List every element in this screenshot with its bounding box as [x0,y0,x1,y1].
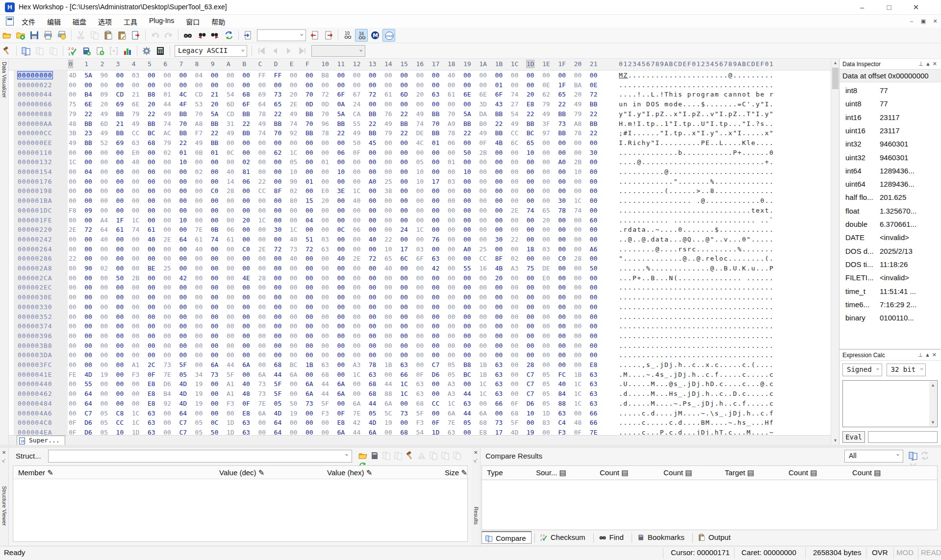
hex-byte[interactable]: 00 [84,284,92,291]
hex-byte[interactable]: 00 [132,255,140,262]
hex-byte[interactable]: 4C [416,139,424,146]
hex-byte[interactable]: 00 [179,351,187,359]
hex-byte[interactable]: 00 [242,255,250,262]
hex-byte[interactable]: 00 [321,255,329,262]
ascii-text[interactable]: .................................. [619,284,774,291]
hex-byte[interactable]: 00 [211,313,219,320]
hex-byte[interactable]: 00 [448,217,456,224]
hex-byte[interactable]: 00 [400,303,408,311]
hex-byte[interactable]: 2E [353,255,361,262]
hex-byte[interactable]: 00 [590,168,598,175]
hex-byte[interactable]: 79 [163,139,171,146]
hex-byte[interactable]: 01 [305,178,313,185]
hex-byte[interactable]: BB [305,110,313,118]
hex-byte[interactable]: 00 [163,158,171,166]
hex-byte[interactable]: 00 [163,322,171,330]
hex-byte[interactable]: 00 [479,197,487,204]
hex-byte[interactable]: 00 [84,197,92,204]
hex-row[interactable]: 000000AA48BB6D2149BB7470A8BB312249BB7470… [9,120,831,129]
hex-byte[interactable]: 00 [590,322,598,330]
hex-byte[interactable]: 00 [511,303,519,311]
hex-byte[interactable]: 6F [495,91,503,98]
hex-byte[interactable]: 00 [211,293,219,301]
hex-byte[interactable]: 00 [227,72,234,79]
compare-table-body[interactable] [482,480,938,530]
inspector-row[interactable]: int1623117 [839,111,941,124]
hex-byte[interactable]: A0 [463,245,471,253]
hex-byte[interactable]: A3 [448,390,456,397]
hex-byte[interactable]: 00 [337,72,345,79]
hex-byte[interactable]: 00 [69,245,76,253]
hex-byte[interactable]: 22 [242,120,250,127]
hex-byte[interactable]: 00 [495,158,503,166]
hex-byte[interactable]: FF [258,72,266,79]
sign-mode-select[interactable]: Signed [842,364,882,376]
hex-byte[interactable]: 00 [448,342,456,349]
hex-byte[interactable]: 4F [179,100,187,108]
hex-byte[interactable]: 00 [542,342,550,349]
hex-byte[interactable]: 34 [195,371,203,378]
hex-byte[interactable]: 00 [163,187,171,195]
hex-byte[interactable]: 63 [495,390,503,397]
hex-byte[interactable]: 00 [305,158,313,166]
hex-byte[interactable]: 79 [132,110,140,118]
hex-byte[interactable]: 00 [542,72,550,79]
hex-byte[interactable]: 00 [100,178,108,185]
hex-byte[interactable]: 00 [227,274,234,282]
hex-byte[interactable]: 00 [479,342,487,349]
hex-byte[interactable]: 79 [574,110,582,118]
hex-byte[interactable]: 00 [148,187,155,195]
hex-byte[interactable]: 05 [542,371,550,378]
hex-byte[interactable]: D6 [527,400,534,407]
hex-byte[interactable]: B8 [321,72,329,79]
hex-byte[interactable]: 00 [227,139,234,146]
hex-byte[interactable]: 00 [100,274,108,282]
hex-byte[interactable]: 78 [369,361,377,368]
hex-byte[interactable]: 00 [542,303,550,311]
hex-byte[interactable]: 00 [463,226,471,233]
hex-byte[interactable]: 00 [542,322,550,330]
hex-byte[interactable]: 00 [527,168,534,175]
tab-find[interactable]: Find [596,531,629,544]
hex-byte[interactable]: 00 [321,81,329,89]
hex-byte[interactable]: 68 [148,139,155,146]
hex-byte[interactable]: 4D [179,390,187,397]
hex-byte[interactable]: 05 [416,158,424,166]
hex-byte[interactable]: 00 [274,293,282,301]
hex-byte[interactable]: 00 [400,139,408,146]
hex-byte[interactable]: 40 [290,236,298,243]
hex-byte[interactable]: 19 [290,410,298,417]
hex-byte[interactable]: 65 [542,207,550,214]
hex-byte[interactable]: 00 [400,158,408,166]
hex-byte[interactable]: C0 [242,245,250,253]
hex-byte[interactable]: 00 [384,197,392,204]
hex-byte[interactable]: 00 [542,313,550,320]
hex-byte[interactable]: BB [495,110,503,118]
hex-byte[interactable]: 00 [574,187,582,195]
hex-byte[interactable]: 00 [290,274,298,282]
hex-byte[interactable]: 00 [211,245,219,253]
hex-byte[interactable]: 00 [369,217,377,224]
hex-byte[interactable]: 00 [321,274,329,282]
compare-icon[interactable] [20,45,32,57]
menu-item-2[interactable]: 编辑 [41,15,67,28]
tab-checksum[interactable]: 2 01 6Checksum [537,531,590,544]
hex-byte[interactable]: 00 [179,293,187,301]
document-tab[interactable]: Super... [17,436,65,445]
hex-byte[interactable]: 00 [527,342,534,349]
hex-byte[interactable]: 0F [148,371,155,378]
hex-byte[interactable]: 00 [416,303,424,311]
hex-byte[interactable]: 00 [305,168,313,175]
hex-byte[interactable]: 00 [148,245,155,253]
hammer-icon[interactable] [405,450,415,461]
hex-byte[interactable]: 00 [479,187,487,195]
hex-byte[interactable]: 70 [321,110,329,118]
hex-byte[interactable]: 6A [305,380,313,388]
ascii-text[interactable]: .....,s_.jDj.h..c..x.c.....c.(.... [619,361,774,368]
eval-result-field[interactable] [868,431,938,443]
hex-byte[interactable]: 00 [321,265,329,272]
hex-byte[interactable]: 00 [195,322,203,330]
hex-byte[interactable]: 00 [195,351,203,359]
hex-byte[interactable]: 6E [479,91,487,98]
hex-byte[interactable]: 6D [227,100,234,108]
